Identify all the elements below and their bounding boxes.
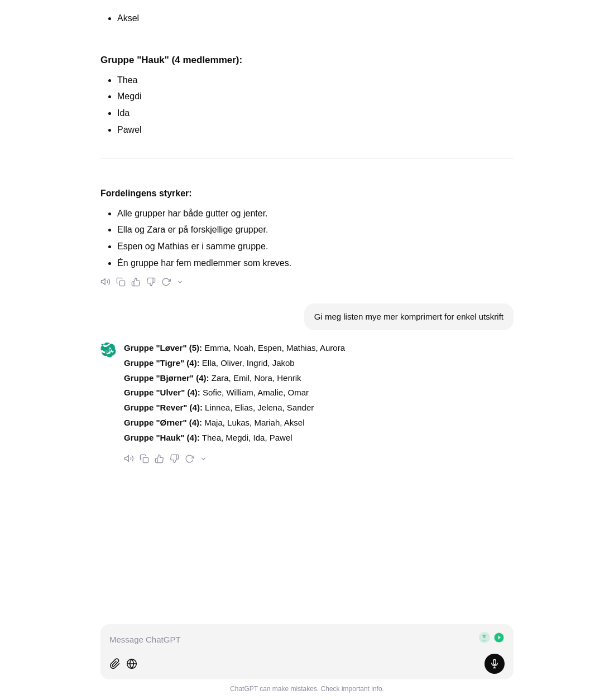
copy-icon-1[interactable] (116, 277, 126, 287)
thumbdown-icon-2[interactable] (170, 454, 179, 464)
hauk-group-section: Gruppe "Hauk" (4 medlemmer): Thea Megdi … (100, 36, 514, 147)
thumbup-icon-2[interactable] (155, 454, 164, 464)
previous-content: Aksel (100, 0, 514, 36)
hauk-members-list: Thea Megdi Ida Pawel (117, 73, 514, 137)
strength-2: Ella og Zara er på forskjellige grupper. (117, 223, 514, 237)
refresh-icon-1[interactable] (161, 277, 171, 287)
thumbup-icon-1[interactable] (131, 277, 141, 287)
group-hauk: Gruppe "Hauk" (4): Thea, Megdi, Ida, Paw… (124, 431, 514, 445)
section-divider (100, 158, 514, 158)
second-action-icons (124, 453, 514, 464)
speaker-icon-1[interactable] (100, 277, 111, 287)
compact-groups-content: Gruppe "Løver" (5): Emma, Noah, Espen, M… (124, 341, 514, 464)
group-tigre: Gruppe "Tigre" (4): Ella, Oliver, Ingrid… (124, 356, 514, 370)
hauk-member-3: Ida (117, 106, 514, 120)
thumbdown-icon-1[interactable] (146, 277, 156, 287)
strength-4: Én gruppe har fem medlemmer som kreves. (117, 256, 514, 271)
user-message-container: Gi meg listen mye mer komprimert for enk… (100, 303, 514, 330)
group-loever: Gruppe "Løver" (5): Emma, Noah, Espen, M… (124, 341, 514, 355)
ai-compact-block: Gruppe "Løver" (5): Emma, Noah, Espen, M… (100, 341, 514, 464)
svg-rect-1 (119, 281, 124, 286)
group-ulver: Gruppe "Ulver" (4): Sofie, William, Amal… (124, 386, 514, 400)
strengths-list: Alle grupper har både gutter og jenter. … (117, 206, 514, 270)
strength-1: Alle grupper har både gutter og jenter. (117, 206, 514, 221)
ai-avatar (100, 342, 116, 358)
svg-rect-4 (143, 457, 148, 462)
strengths-section: Fordelingens styrker: Alle grupper har b… (100, 170, 514, 292)
strength-3: Espen og Mathias er i samme gruppe. (117, 239, 514, 254)
chevron-down-icon-1[interactable] (176, 278, 184, 286)
strengths-heading: Fordelingens styrker: (100, 186, 514, 201)
aksel-item: Aksel (117, 11, 514, 26)
copy-icon-2[interactable] (140, 454, 149, 464)
speaker-icon-2[interactable] (124, 453, 134, 464)
group-bjorner: Gruppe "Bjørner" (4): Zara, Emil, Nora, … (124, 371, 514, 385)
hauk-heading: Gruppe "Hauk" (4 medlemmer): (100, 52, 514, 67)
hauk-member-2: Megdi (117, 89, 514, 104)
first-action-icons (100, 277, 514, 287)
svg-marker-3 (125, 456, 129, 462)
svg-marker-0 (102, 279, 105, 285)
group-rever: Gruppe "Rever" (4): Linnea, Elias, Jelen… (124, 401, 514, 415)
refresh-icon-2[interactable] (185, 454, 194, 464)
group-orner: Gruppe "Ørner" (4): Maja, Lukas, Mariah,… (124, 416, 514, 430)
hauk-member-1: Thea (117, 73, 514, 88)
hauk-member-4: Pawel (117, 123, 514, 137)
user-message-bubble: Gi meg listen mye mer komprimert for enk… (304, 303, 514, 330)
chevron-down-icon-2[interactable] (200, 455, 207, 462)
